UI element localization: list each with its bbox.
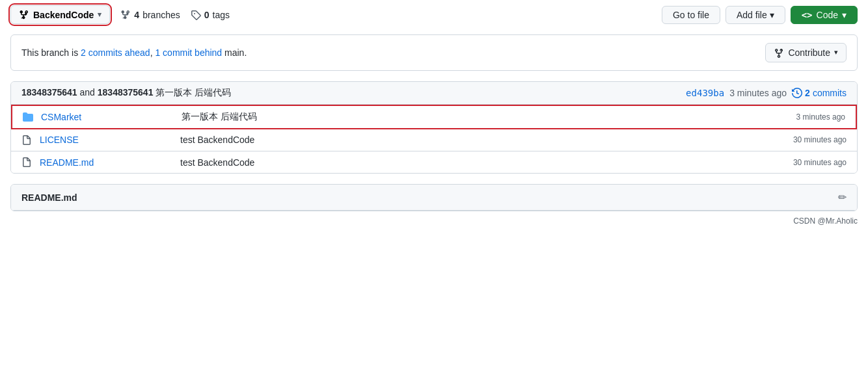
file-time-license: 30 minutes ago: [793, 135, 847, 144]
commit-message-header: 18348375641 and 18348375641 第一版本 后端代码: [21, 87, 231, 99]
branch-bar: BackendCode ▾ 4 branches 0 tags Go to fi…: [0, 0, 868, 29]
commit-message-text: 第一版本 后端代码: [153, 87, 231, 98]
file-commit-msg-csmarket: 第一版本 后端代码: [171, 111, 796, 123]
folder-icon: [23, 111, 36, 122]
watermark-text: CSDN @Mr.Aholic: [793, 216, 858, 226]
branch-bar-right: Go to file Add file ▾ <> Code ▾: [662, 6, 858, 24]
commit-info-text-after: main.: [222, 47, 247, 58]
branch-selector[interactable]: BackendCode ▾: [10, 5, 110, 24]
file-row-csmarket: CSMarket 第一版本 后端代码 3 minutes ago: [11, 105, 857, 129]
commit-author-bold: 18348375641: [21, 87, 77, 98]
branch-count-number: 4: [134, 10, 139, 20]
commit-hash-link[interactable]: ed439ba: [686, 88, 724, 98]
code-label: Code: [817, 10, 838, 20]
commit-author-bold2: 18348375641: [98, 87, 154, 98]
file-name-csmarket[interactable]: CSMarket: [41, 112, 171, 122]
code-button[interactable]: <> Code ▾: [791, 6, 858, 24]
history-clock-icon: [792, 87, 802, 98]
commits-label: commits: [813, 88, 847, 98]
branch-chevron-icon: ▾: [98, 10, 102, 19]
file-row-license: LICENSE test BackendCode 30 minutes ago: [11, 129, 857, 151]
file-name-license[interactable]: LICENSE: [40, 135, 170, 145]
add-file-chevron-icon: ▾: [770, 10, 774, 20]
branch-name: BackendCode: [33, 10, 94, 20]
file-commit-msg-license: test BackendCode: [170, 135, 793, 145]
file-row-readme: README.md test BackendCode 30 minutes ag…: [11, 151, 857, 173]
commit-time-ago: 3 minutes ago: [729, 88, 787, 98]
commits-ahead-link[interactable]: 2 commits ahead: [81, 47, 150, 58]
file-table-header: 18348375641 and 18348375641 第一版本 后端代码 ed…: [11, 82, 857, 105]
commit-info-banner: This branch is 2 commits ahead, 1 commit…: [10, 34, 858, 70]
file-time-csmarket: 3 minutes ago: [796, 112, 845, 122]
commits-behind-link[interactable]: 1 commit behind: [155, 47, 222, 58]
contribute-chevron-icon: ▾: [834, 48, 838, 57]
commit-count-number: 2: [805, 88, 810, 98]
branch-count-label: branches: [142, 10, 180, 20]
file-commit-msg-readme: test BackendCode: [170, 157, 793, 168]
add-file-button[interactable]: Add file ▾: [726, 6, 785, 24]
readme-title: README.md: [21, 192, 77, 203]
watermark: CSDN @Mr.Aholic: [0, 211, 868, 231]
add-file-label: Add file: [737, 10, 767, 20]
go-to-file-button[interactable]: Go to file: [662, 6, 720, 24]
edit-icon[interactable]: ✏: [838, 191, 847, 203]
contribute-button[interactable]: Contribute ▾: [765, 43, 847, 62]
commit-author-and: and: [77, 87, 98, 98]
file-name-readme-file[interactable]: README.md: [40, 157, 170, 168]
readme-section: README.md ✏: [10, 184, 858, 211]
commits-history-link[interactable]: 2 commits: [792, 87, 847, 98]
tag-count-label: tags: [213, 10, 230, 20]
code-chevron-icon: ▾: [842, 10, 847, 20]
commit-meta: ed439ba 3 minutes ago 2 commits: [686, 87, 847, 98]
branch-count-link[interactable]: 4 branches: [120, 10, 180, 20]
code-brackets-icon: <>: [802, 10, 813, 20]
commit-info-text: This branch is 2 commits ahead, 1 commit…: [21, 47, 247, 58]
commit-info-text-before: This branch is: [21, 47, 81, 58]
tag-count-link[interactable]: 0 tags: [191, 10, 230, 20]
contribute-arrows-icon: [774, 47, 784, 58]
file-table: 18348375641 and 18348375641 第一版本 后端代码 ed…: [10, 81, 858, 174]
readme-header: README.md ✏: [11, 185, 857, 211]
file-icon-readme: [21, 157, 34, 168]
file-icon-license: [21, 135, 34, 146]
branch-icon: [19, 9, 29, 20]
file-time-readme: 30 minutes ago: [793, 158, 847, 167]
tag-count-number: 0: [204, 10, 210, 20]
page-wrapper: BackendCode ▾ 4 branches 0 tags Go to fi…: [0, 0, 868, 366]
contribute-label: Contribute: [788, 47, 830, 58]
